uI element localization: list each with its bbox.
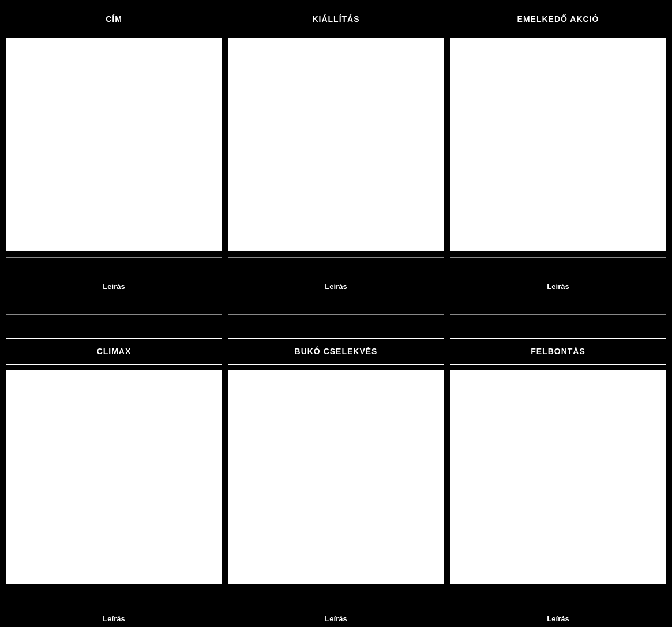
card-emelkedo-akcio-image <box>450 38 666 251</box>
card-felbontas: FELBONTÁS Leírás <box>450 338 666 627</box>
card-felbontas-title: FELBONTÁS <box>450 338 666 365</box>
card-climax: CLIMAX Leírás <box>6 338 222 627</box>
card-climax-desc: Leírás <box>6 590 222 627</box>
card-climax-title: CLIMAX <box>6 338 222 365</box>
card-emelkedo-akcio-title: EMELKEDŐ AKCIÓ <box>450 6 666 32</box>
card-cim-image <box>6 38 222 251</box>
card-buko-cselekvés-title: Bukó cselekvés <box>228 338 444 365</box>
card-emelkedo-akcio: EMELKEDŐ AKCIÓ Leírás <box>450 6 666 315</box>
card-emelkedo-akcio-desc: Leírás <box>450 257 666 315</box>
card-cim-desc: Leírás <box>6 257 222 315</box>
row1-grid: CÍM Leírás KIÁLLÍTÁS Leírás EMELKEDŐ AKC… <box>6 6 666 315</box>
card-felbontas-desc: Leírás <box>450 590 666 627</box>
card-kiallitas: KIÁLLÍTÁS Leírás <box>228 6 444 315</box>
card-buko-cselekvés: Bukó cselekvés Leírás <box>228 338 444 627</box>
card-cim-title: CÍM <box>6 6 222 32</box>
row2-grid: CLIMAX Leírás Bukó cselekvés Leírás FELB… <box>6 338 666 627</box>
card-kiallitas-image <box>228 38 444 251</box>
card-cim: CÍM Leírás <box>6 6 222 315</box>
card-felbontas-image <box>450 370 666 584</box>
card-climax-image <box>6 370 222 584</box>
card-buko-cselekvés-desc: Leírás <box>228 590 444 627</box>
card-buko-cselekvés-image <box>228 370 444 584</box>
card-kiallitas-title: KIÁLLÍTÁS <box>228 6 444 32</box>
card-kiallitas-desc: Leírás <box>228 257 444 315</box>
